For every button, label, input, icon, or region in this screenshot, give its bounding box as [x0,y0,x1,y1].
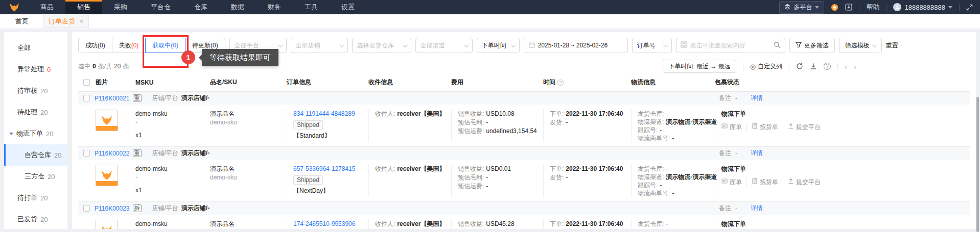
reset-button[interactable]: 重置 [886,41,898,50]
sidebar-item-shipped[interactable]: 已发货20 [4,209,67,230]
detail-link[interactable]: 详情 [751,204,763,213]
sidebar-item-pending-print[interactable]: 待打单20 [4,187,67,209]
prev-page-icon[interactable] [845,62,847,71]
product-thumbnail[interactable] [96,110,118,131]
sort-order-button[interactable]: 下单时间: 最近 → 最远 [663,60,736,73]
msku-sub: - [135,173,205,182]
logistics-cell: 发货仓库:- 物流渠道:演示物流-演示渠道 跟踪号:- 物流商单号:- [631,109,715,142]
menu-item-settings[interactable]: 设置 [330,0,366,14]
menu-item-products[interactable]: 商品 [29,0,65,14]
platform-order-link[interactable]: 657-5336964-1278415 [293,165,355,172]
status-button-success[interactable]: 成功(0) [78,38,112,53]
fox-logo-image [100,225,113,229]
date-range-picker[interactable]: 2025-01-28 ~ 2025-02-26 [524,38,628,53]
vertical-scrollbar[interactable] [976,97,979,232]
top-navbar: 商品 销售 采购 平台仓 仓库 数据 财务 工具 设置 多平台 [0,0,980,14]
waybill-button[interactable]: 面单 [721,178,746,187]
menu-item-finance[interactable]: 财务 [256,0,293,14]
order-search-box [676,38,785,53]
detail-link[interactable]: 详情 [751,94,763,102]
order-number-link[interactable]: P116K00021 [95,95,130,102]
sidebar-item-own-warehouse[interactable]: 自营仓库20 [4,144,67,166]
chevron-down-icon [403,42,408,47]
status-button-fetching[interactable]: 获取中(0) [145,38,185,53]
time-cell: 下单:2022-11-30 17:06:40 发货:- [543,164,631,197]
customize-columns-button[interactable]: 自定义列 [750,62,782,71]
user-account-menu[interactable]: 18888888888 [893,3,952,11]
order-status-tag: Shipped [293,120,323,130]
msku-cell: demo-msku - x1 [135,219,210,229]
receiver-cell: 收件人:receiver【美国】 [368,109,451,142]
tab-home[interactable]: 首页 [15,17,29,26]
row-checkbox[interactable] [83,150,90,157]
thumbnail-brand-bar [96,181,118,186]
sidebar-item-all[interactable]: 全部 [4,37,67,59]
tab-order-shipping[interactable]: 订单发货 [43,15,89,28]
download-client-icon[interactable] [845,4,852,11]
status-button-failed[interactable]: 失败(0) [112,38,146,53]
waybill-button[interactable]: 面单 [721,123,746,132]
filter-template-select[interactable]: 筛选模板 [839,38,882,53]
order-row-header: P116K00021 重 店铺/平台 演示店铺/- 备注 - 详情 [78,92,970,105]
multi-platform-selector[interactable]: 多平台 [779,1,824,14]
sidebar-item-third-party-warehouse[interactable]: 三方仓20 [4,166,67,187]
notification-icon[interactable] [831,4,838,11]
order-row-header: P116K00022 重 店铺/平台 演示店铺/- 备注 - 详情 [78,147,970,160]
menu-item-purchase[interactable]: 采购 [102,0,139,14]
msku-value: demo-msku [135,110,205,118]
refresh-icon[interactable] [796,63,803,70]
menu-item-platform-warehouse[interactable]: 平台仓 [139,0,182,14]
order-row: P116K00021 重 店铺/平台 演示店铺/- 备注 - 详情 demo-m… [78,92,970,146]
product-name: 演示品名 [210,110,282,118]
menu-item-warehouse[interactable]: 仓库 [182,0,219,14]
submit-platform-button[interactable]: 提交平台 [783,123,825,132]
product-thumbnail[interactable] [96,165,118,186]
close-icon[interactable] [80,18,83,24]
product-cell: 演示品名 demo-sku [210,109,287,142]
label-icon [721,178,728,187]
upload-icon [788,178,794,187]
fox-logo-icon[interactable] [0,0,29,14]
sidebar-item-pending-process[interactable]: 待处理20 [4,101,67,123]
time-cell: 下单:2022-11-30 17:06:40 发货:- [543,219,631,229]
row-checkbox[interactable] [83,205,90,212]
menu-item-data[interactable]: 数据 [219,0,256,14]
menu-item-sales[interactable]: 销售 [65,0,102,14]
more-filters-button[interactable]: 更多筛选 [789,38,835,53]
export-icon[interactable] [810,63,817,70]
sidebar-item-logistics-order[interactable]: 物流下单20 [4,123,67,144]
order-row-header: P116K00023 拆 店铺/平台 演示店铺/- 备注 - 详情 [78,202,970,215]
order-info-cell: 174-2465510-9553906 【拆】 Shipped [287,219,368,229]
order-number-link[interactable]: P116K00023 [95,205,130,212]
picklist-button[interactable]: 拣货单 [746,123,783,132]
detail-link[interactable]: 详情 [751,149,763,158]
platform-order-link[interactable]: 834-1191444-4848289 [293,110,355,117]
row-checkbox[interactable] [83,95,90,101]
product-thumbnail[interactable] [96,220,118,229]
menu-item-tools[interactable]: 工具 [293,0,330,14]
main-menu: 商品 销售 采购 平台仓 仓库 数据 财务 工具 设置 [29,0,366,14]
picklist-button[interactable]: 拣货单 [746,178,783,187]
fullscreen-icon[interactable] [966,4,973,11]
warehouse-filter-select[interactable]: 选择发货仓库 [352,38,411,53]
calendar-icon [529,42,535,49]
help-link[interactable]: 帮助 [866,3,879,12]
divider [859,4,859,11]
platform-order-link[interactable]: 174-2465510-9553906 [293,220,355,227]
shop-filter-select[interactable]: 全部店铺 [291,38,348,53]
shop-platform-value: 演示店铺/- [181,94,209,102]
channel-filter-select[interactable]: 全部渠道 [415,38,473,53]
help-icon[interactable] [824,63,831,70]
next-page-icon[interactable] [854,62,856,71]
order-status-tag: Shipped [293,175,323,185]
submit-platform-button[interactable]: 提交平台 [783,178,825,187]
search-icon[interactable] [774,41,781,50]
sidebar-item-pending-review[interactable]: 待审核20 [4,80,67,101]
select-all-checkbox[interactable] [83,79,90,86]
time-type-select[interactable]: 下单时间 [477,38,520,53]
search-input[interactable] [690,42,771,49]
order-number-link[interactable]: P116K00022 [95,150,130,157]
sidebar-item-exception[interactable]: 异常处理0 [4,59,67,80]
col-header-image: 图片 [96,78,135,87]
order-field-select[interactable]: 订单号 [632,38,672,53]
